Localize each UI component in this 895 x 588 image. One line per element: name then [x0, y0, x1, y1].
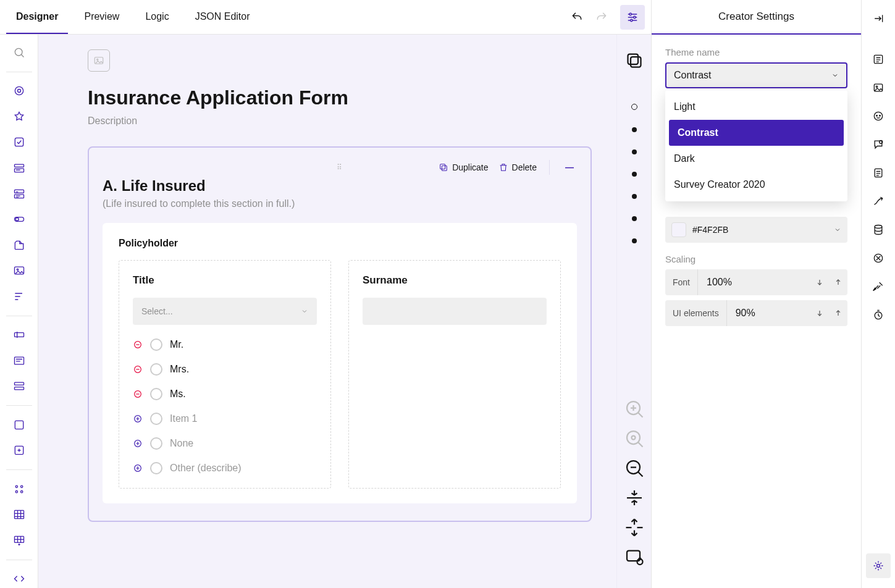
- toolbox-checkbox[interactable]: [8, 133, 30, 152]
- toolbox-dropdown[interactable]: [8, 159, 30, 177]
- ui-scale-up[interactable]: [829, 300, 847, 326]
- toolbox-ranking[interactable]: [8, 287, 30, 306]
- svg-point-5: [17, 90, 20, 93]
- theme-option-sc2020[interactable]: Survey Creator 2020: [665, 172, 847, 198]
- survey-description[interactable]: Description: [88, 116, 592, 127]
- toolbox-file[interactable]: [8, 236, 30, 254]
- tab-conditions[interactable]: [866, 189, 891, 214]
- remove-icon[interactable]: [133, 389, 143, 399]
- page-indicator[interactable]: [632, 216, 637, 221]
- toolbox-search[interactable]: [8, 43, 30, 62]
- theme-option-light[interactable]: Light: [665, 94, 847, 120]
- sub-question-surname[interactable]: Surname: [348, 260, 561, 489]
- add-icon[interactable]: [133, 414, 143, 424]
- tab-validation[interactable]: [866, 246, 891, 271]
- tab-question[interactable]: [866, 132, 891, 157]
- remove-icon[interactable]: [133, 364, 143, 374]
- ui-scale-down[interactable]: [810, 300, 829, 326]
- design-canvas[interactable]: Insurance Application Form Description ⠿…: [38, 35, 616, 588]
- collapse-button[interactable]: —: [562, 162, 577, 172]
- theme-name-select[interactable]: Contrast: [665, 62, 847, 88]
- panel-subtitle[interactable]: (Life insured to complete this section i…: [103, 198, 577, 209]
- option-none[interactable]: None: [133, 437, 317, 450]
- tab-logo[interactable]: [866, 75, 891, 100]
- toolbox-boolean[interactable]: [8, 210, 30, 229]
- zoom-in-button[interactable]: [623, 398, 645, 420]
- toolbox-matrixdynamic[interactable]: [8, 531, 30, 550]
- svg-point-24: [20, 490, 22, 492]
- settings-toggle-button[interactable]: [620, 5, 645, 30]
- toolbox-text[interactable]: [8, 326, 30, 344]
- copy-page-button[interactable]: [623, 49, 645, 72]
- page-indicator[interactable]: [632, 172, 637, 177]
- toolbox-matrix[interactable]: [8, 480, 30, 498]
- toolbox-image-picker[interactable]: [8, 261, 30, 280]
- svg-rect-9: [14, 190, 23, 193]
- delete-button[interactable]: Delete: [498, 162, 537, 172]
- tab-data[interactable]: [866, 217, 891, 242]
- title-select[interactable]: Select...: [133, 298, 317, 325]
- page-indicator[interactable]: [632, 194, 637, 199]
- option-mr[interactable]: Mr.: [133, 338, 317, 351]
- toolbox-panel[interactable]: [8, 416, 30, 434]
- tab-general[interactable]: [866, 47, 891, 72]
- tab-designer[interactable]: Designer: [6, 0, 68, 34]
- lock-questions-button[interactable]: [623, 546, 645, 568]
- tab-pages[interactable]: [866, 104, 891, 128]
- theme-option-contrast[interactable]: Contrast: [669, 120, 844, 146]
- font-scale-up[interactable]: [829, 269, 847, 295]
- toolbox-comment[interactable]: [8, 351, 30, 370]
- duplicate-button[interactable]: Duplicate: [439, 162, 488, 172]
- option-other[interactable]: Other (describe): [133, 462, 317, 474]
- tab-json-editor[interactable]: JSON Editor: [185, 0, 260, 34]
- drag-handle-icon[interactable]: ⠿: [337, 163, 343, 172]
- zoom-reset-button[interactable]: [623, 427, 645, 450]
- option-ms[interactable]: Ms.: [133, 388, 317, 400]
- collapse-sidebar-button[interactable]: [866, 6, 891, 31]
- subq-title-label[interactable]: Title: [133, 274, 317, 287]
- ui-scale-input[interactable]: UI elements 90%: [665, 300, 847, 326]
- panel-title[interactable]: A. Life Insured: [103, 177, 577, 195]
- theme-option-dark[interactable]: Dark: [665, 146, 847, 172]
- expand-all-button[interactable]: [623, 516, 645, 539]
- logo-placeholder[interactable]: [88, 49, 110, 72]
- tab-mask[interactable]: [866, 274, 891, 299]
- tab-timer[interactable]: [866, 303, 891, 327]
- question-policyholder[interactable]: Policyholder Title Select...: [103, 223, 577, 503]
- toolbox-rating[interactable]: [8, 107, 30, 126]
- svg-rect-30: [440, 164, 445, 169]
- svg-point-0: [629, 13, 631, 15]
- tab-navigation[interactable]: [866, 161, 891, 185]
- page-indicator-current[interactable]: [631, 104, 637, 110]
- subq-surname-label[interactable]: Surname: [363, 274, 547, 287]
- collapse-all-button[interactable]: [623, 487, 645, 509]
- page-indicator[interactable]: [632, 149, 637, 154]
- sub-question-title[interactable]: Title Select... Mr.: [119, 260, 331, 489]
- question-label[interactable]: Policyholder: [119, 238, 561, 249]
- page-indicator[interactable]: [632, 127, 637, 132]
- toolbox-radiogroup[interactable]: [8, 82, 30, 100]
- tab-preview[interactable]: Preview: [74, 0, 129, 34]
- font-scale-input[interactable]: Font 100%: [665, 269, 847, 295]
- panel-life-insured[interactable]: ⠿ Duplicate Delete — A. Life Insured: [88, 146, 592, 522]
- toolbox-matrixdropdown[interactable]: [8, 506, 30, 524]
- toolbox-multipletext[interactable]: [8, 377, 30, 396]
- toolbox-html[interactable]: [8, 570, 30, 588]
- add-icon[interactable]: [133, 463, 143, 473]
- add-icon[interactable]: [133, 439, 143, 448]
- tab-logic[interactable]: Logic: [135, 0, 179, 34]
- undo-button[interactable]: [565, 5, 589, 30]
- surname-input[interactable]: [363, 298, 547, 325]
- toolbox-paneldynamic[interactable]: [8, 442, 30, 460]
- surface-color-input[interactable]: #F4F2FB: [665, 217, 847, 243]
- tab-creator-settings[interactable]: [866, 553, 891, 578]
- font-scale-down[interactable]: [810, 269, 829, 295]
- redo-button[interactable]: [589, 5, 614, 30]
- page-indicator[interactable]: [632, 238, 637, 243]
- option-mrs[interactable]: Mrs.: [133, 363, 317, 376]
- remove-icon[interactable]: [133, 340, 143, 350]
- option-new-item[interactable]: Item 1: [133, 413, 317, 425]
- toolbox-tagbox[interactable]: [8, 185, 30, 203]
- survey-title[interactable]: Insurance Application Form: [88, 86, 592, 109]
- zoom-out-button[interactable]: [623, 457, 645, 479]
